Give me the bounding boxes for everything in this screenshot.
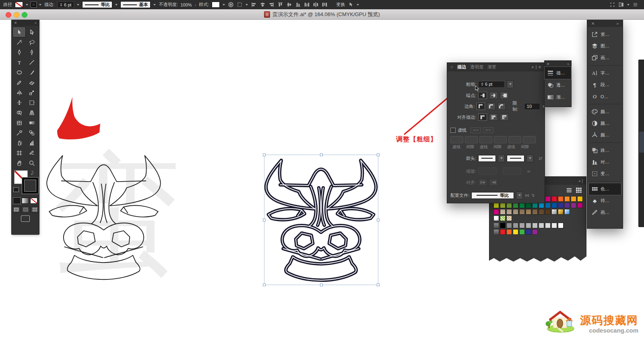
selection-handle[interactable] bbox=[263, 153, 266, 156]
dock-item-paragraph[interactable]: ¶段… bbox=[589, 79, 621, 91]
arrowhead-end-dropdown-icon[interactable] bbox=[526, 155, 533, 162]
swatches-list-view-icon[interactable] bbox=[566, 188, 572, 193]
swatch[interactable] bbox=[526, 203, 531, 208]
arrow-align-tip-button[interactable] bbox=[478, 179, 487, 186]
stroke-weight-input[interactable]: 6 pt bbox=[57, 1, 74, 8]
dock-item-character[interactable]: A字… bbox=[589, 67, 621, 79]
arrow-align-end-button[interactable] bbox=[489, 179, 498, 186]
swatch[interactable] bbox=[551, 196, 557, 202]
stroke-color-chip[interactable] bbox=[31, 2, 36, 7]
swatch[interactable] bbox=[506, 223, 512, 228]
weight-stepper-icon[interactable] bbox=[481, 83, 483, 86]
swatch[interactable] bbox=[532, 203, 538, 208]
swatch[interactable] bbox=[513, 203, 518, 208]
swatch[interactable] bbox=[539, 209, 544, 215]
selection-tool[interactable] bbox=[13, 27, 25, 37]
limit-input[interactable]: 10 bbox=[524, 103, 540, 110]
align-right-icon[interactable] bbox=[268, 2, 275, 8]
selection-handle[interactable] bbox=[377, 283, 380, 286]
swatch[interactable] bbox=[532, 229, 538, 235]
style-dropdown-icon[interactable] bbox=[223, 4, 225, 6]
reflect-tool[interactable] bbox=[13, 87, 25, 97]
distribute-top-icon[interactable] bbox=[304, 2, 310, 8]
hand-tool[interactable] bbox=[13, 158, 25, 168]
dock-item-color-guide[interactable]: 颜… bbox=[589, 118, 621, 129]
corner-miter-button[interactable] bbox=[477, 103, 485, 110]
mini-dock-item-gradient[interactable]: 渐… bbox=[545, 91, 571, 103]
dash-input[interactable] bbox=[479, 136, 492, 143]
align-bottom-icon[interactable] bbox=[295, 2, 301, 8]
shape-builder-tool[interactable] bbox=[13, 108, 25, 118]
swatches-panel-more-icon[interactable]: » | bbox=[578, 179, 583, 183]
opacity-chevron-icon[interactable]: › bbox=[195, 2, 196, 7]
swatch[interactable] bbox=[545, 223, 551, 228]
swatch[interactable] bbox=[571, 203, 576, 208]
touch-workspace-icon[interactable] bbox=[609, 2, 615, 8]
align-stroke-inside-button[interactable] bbox=[489, 114, 498, 121]
panel-collapse-icon[interactable]: » bbox=[531, 65, 534, 69]
swatch[interactable] bbox=[539, 203, 544, 208]
menu-list-icon[interactable] bbox=[632, 2, 638, 8]
paintbrush-tool[interactable] bbox=[25, 67, 38, 77]
swatch[interactable] bbox=[545, 209, 551, 215]
transform-dropdown-icon[interactable] bbox=[357, 4, 359, 6]
align-center-h-icon[interactable] bbox=[260, 2, 266, 8]
selection-handle[interactable] bbox=[377, 153, 380, 156]
swatch[interactable] bbox=[506, 209, 512, 215]
flip-across-icon[interactable]: ↯ bbox=[531, 193, 535, 198]
mini-dock-item-stroke[interactable]: 描… bbox=[545, 67, 571, 79]
gap-input[interactable] bbox=[494, 136, 507, 143]
screen-mode-button[interactable] bbox=[21, 215, 30, 222]
panel-cycle-icon[interactable]: ◇ bbox=[450, 65, 453, 69]
swatch[interactable] bbox=[500, 209, 506, 215]
blend-tool[interactable] bbox=[25, 128, 38, 138]
swatch[interactable] bbox=[551, 223, 557, 228]
tab-gradient[interactable]: 渐变 bbox=[487, 64, 496, 70]
swatch[interactable] bbox=[506, 215, 512, 221]
selection-bounding-box[interactable] bbox=[264, 155, 378, 285]
fill-color-chip[interactable] bbox=[15, 2, 23, 8]
lasso-tool[interactable] bbox=[25, 37, 38, 47]
align-stroke-center-button[interactable] bbox=[478, 114, 487, 121]
color-button[interactable] bbox=[13, 198, 21, 204]
swatch[interactable] bbox=[500, 223, 506, 228]
swatches-grid-view-icon[interactable] bbox=[576, 187, 582, 193]
mini-dock-item-transparency[interactable]: 透… bbox=[545, 79, 571, 91]
corner-bevel-button[interactable] bbox=[497, 103, 506, 110]
swatch[interactable] bbox=[526, 223, 531, 228]
align-top-icon[interactable] bbox=[277, 2, 283, 8]
swatch[interactable] bbox=[532, 223, 538, 228]
cap-projecting-button[interactable] bbox=[500, 92, 509, 99]
align-left-icon[interactable] bbox=[251, 2, 257, 8]
cap-butt-button[interactable] bbox=[478, 92, 487, 99]
swatch[interactable] bbox=[571, 196, 576, 202]
swatch[interactable] bbox=[532, 209, 538, 215]
gradient-tool[interactable] bbox=[25, 118, 38, 128]
swatch[interactable] bbox=[558, 209, 564, 215]
gap-input[interactable] bbox=[465, 136, 478, 143]
dock-item-opentype[interactable]: OO… bbox=[589, 91, 621, 102]
arrow-scale-end-input[interactable] bbox=[503, 167, 521, 175]
pencil-tool[interactable] bbox=[13, 77, 25, 87]
swatch[interactable] bbox=[500, 215, 506, 221]
weight-dropdown-icon[interactable] bbox=[507, 81, 514, 88]
bounding-box-icon[interactable] bbox=[237, 2, 243, 8]
align-middle-v-icon[interactable] bbox=[286, 2, 292, 8]
stepper-icon[interactable] bbox=[60, 3, 62, 6]
dock-item-swatches[interactable]: 色… bbox=[589, 183, 621, 195]
selection-handle[interactable] bbox=[263, 219, 266, 221]
bull-artwork-thin[interactable] bbox=[42, 145, 165, 286]
red-swoosh-artwork[interactable] bbox=[47, 93, 102, 144]
dock-item-color-harmony[interactable]: 颜… bbox=[589, 129, 621, 141]
column-graph-tool[interactable] bbox=[25, 138, 38, 148]
isolate-selection-icon[interactable] bbox=[348, 2, 354, 8]
link-scale-icon[interactable]: ∞ bbox=[527, 169, 530, 174]
swatch[interactable] bbox=[500, 229, 506, 235]
swatch[interactable] bbox=[493, 203, 499, 208]
swatch[interactable] bbox=[545, 196, 551, 202]
swatch[interactable] bbox=[500, 203, 506, 208]
stroke-weight-dropdown-icon[interactable] bbox=[77, 4, 79, 6]
none-button[interactable] bbox=[30, 198, 37, 204]
magic-wand-tool[interactable] bbox=[13, 37, 25, 47]
right-dock-expand-icon[interactable]: » bbox=[616, 21, 619, 26]
